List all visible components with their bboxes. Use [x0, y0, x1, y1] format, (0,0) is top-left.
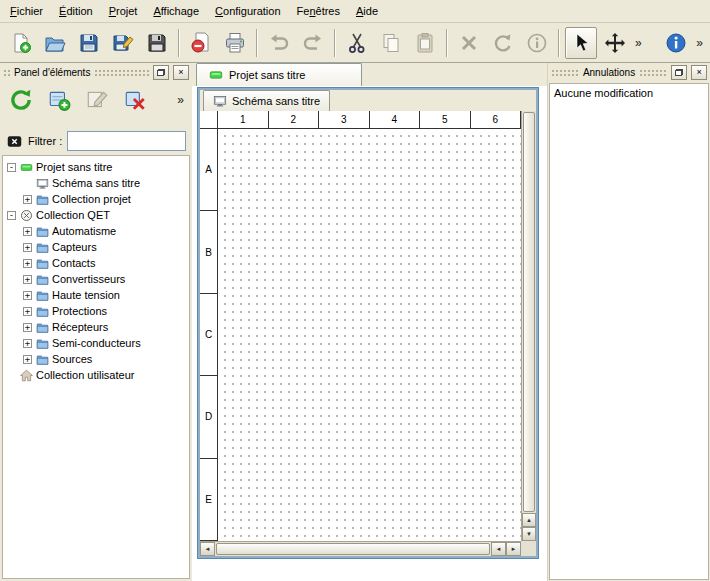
tree-expander[interactable]: +	[23, 339, 32, 348]
new-element-button[interactable]	[43, 85, 74, 116]
tree-item-icon	[36, 305, 49, 318]
tree-item-label: Convertisseurs	[52, 273, 125, 285]
tab-projet-sans-titre[interactable]: Projet sans titre	[196, 63, 362, 86]
copy-button[interactable]	[375, 27, 407, 59]
row-headers: ABCDE	[200, 129, 218, 541]
tree-item-convertisseurs[interactable]: + Convertisseurs	[3, 271, 189, 287]
scroll-up-button[interactable]: ▲	[522, 513, 536, 527]
schema-canvas[interactable]	[218, 129, 521, 541]
about-qet-button[interactable]	[660, 27, 692, 59]
tree-item-semi-conducteurs[interactable]: + Semi-conducteurs	[3, 335, 189, 351]
tree-item-automatisme[interactable]: + Automatisme	[3, 223, 189, 239]
clear-filter-icon[interactable]	[6, 134, 23, 149]
undo-button[interactable]	[263, 27, 295, 59]
scroll-left-button[interactable]: ◄	[200, 542, 215, 556]
vertical-scrollbar[interactable]: ▲ ▼	[521, 111, 536, 541]
tree-item-label: Collection QET	[36, 209, 110, 221]
menu-aide[interactable]: Aide	[348, 2, 386, 20]
panel-extension-chevron[interactable]: »	[174, 94, 187, 106]
reload-collections-button[interactable]	[5, 85, 36, 116]
toolbar-icon	[570, 32, 592, 54]
edit-element-button[interactable]	[81, 85, 112, 116]
tree-item-collection-utilisateur[interactable]: Collection utilisateur	[3, 367, 189, 383]
tree-expander[interactable]: +	[23, 355, 32, 364]
close-icon: ×	[178, 68, 183, 77]
menu-edition[interactable]: Édition	[51, 2, 101, 20]
tree-item-projet-sans-titre[interactable]: - Projet sans titre	[3, 159, 189, 175]
tree-item-collection-qet[interactable]: - Collection QET	[3, 207, 189, 223]
tree-expander[interactable]: +	[23, 243, 32, 252]
tree-item-collection-projet[interactable]: + Collection projet	[3, 191, 189, 207]
dock-float-button[interactable]	[153, 65, 169, 80]
select-tool-button[interactable]	[565, 27, 597, 59]
dock-close-button[interactable]: ×	[691, 65, 707, 80]
elements-panel-titlebar[interactable]: Panel d'éléments ×	[0, 63, 192, 82]
tree-expander[interactable]: +	[23, 259, 32, 268]
move-tool-button[interactable]	[599, 27, 631, 59]
print-button[interactable]	[219, 27, 251, 59]
scroll-down-button[interactable]: ▼	[522, 527, 536, 541]
vertical-scrollbar-thumb[interactable]	[523, 112, 535, 512]
close-file-button[interactable]	[185, 27, 217, 59]
cut-button[interactable]	[341, 27, 373, 59]
undo-dock-titlebar[interactable]: Annulations ×	[548, 63, 710, 82]
tree-item-sources[interactable]: + Sources	[3, 351, 189, 367]
menu-fichier[interactable]: Fichier	[2, 2, 51, 20]
tree-expander[interactable]: +	[23, 195, 32, 204]
menu-affichage[interactable]: Affichage	[145, 2, 207, 20]
menu-fenetres[interactable]: Fenêtres	[289, 2, 348, 20]
row-header-cell: B	[200, 211, 217, 293]
save-button[interactable]	[73, 27, 105, 59]
tree-item-icon	[36, 273, 49, 286]
row-header-cell: D	[200, 376, 217, 458]
tree-expander[interactable]: +	[23, 323, 32, 332]
menu-projet[interactable]: Projet	[101, 2, 146, 20]
filter-input[interactable]	[67, 131, 186, 151]
redo-button[interactable]	[297, 27, 329, 59]
save-as-button[interactable]	[107, 27, 139, 59]
tree-item-capteurs[interactable]: + Capteurs	[3, 239, 189, 255]
dock-grip[interactable]	[551, 69, 579, 77]
tree-item-label: Capteurs	[52, 241, 97, 253]
float-icon	[675, 69, 683, 76]
tree-expander[interactable]: +	[23, 275, 32, 284]
menu-configuration[interactable]: Configuration	[207, 2, 288, 20]
tree-expander[interactable]: -	[7, 163, 16, 172]
toolbar-icon	[10, 32, 32, 54]
dock-float-button[interactable]	[671, 65, 687, 80]
scroll-left-button-secondary[interactable]: ◄	[491, 542, 506, 556]
tree-expander[interactable]: +	[23, 227, 32, 236]
undo-history-list[interactable]: Aucune modification	[549, 83, 709, 580]
rotate-button[interactable]	[487, 27, 519, 59]
tree-item-haute-tension[interactable]: + Haute tension	[3, 287, 189, 303]
horizontal-scrollbar-thumb[interactable]	[216, 543, 490, 555]
open-project-button[interactable]	[39, 27, 71, 59]
toolbar-separator	[256, 29, 258, 57]
dock-grip[interactable]	[3, 69, 10, 77]
tab-schema-sans-titre[interactable]: Schéma sans titre	[203, 90, 330, 111]
tree-item-schema-sans-titre[interactable]: Schéma sans titre	[3, 175, 189, 191]
delete-button[interactable]	[453, 27, 485, 59]
tree-item-label: Collection utilisateur	[36, 369, 134, 381]
delete-element-button[interactable]	[119, 85, 150, 116]
toolbar-extension-chevron[interactable]: »	[632, 37, 645, 49]
dock-grip[interactable]	[639, 69, 667, 77]
properties-button[interactable]	[521, 27, 553, 59]
tools-toolbar-group	[564, 27, 632, 59]
dock-close-button[interactable]: ×	[173, 65, 189, 80]
scroll-right-button[interactable]: ►	[506, 542, 521, 556]
tree-item-contacts[interactable]: + Contacts	[3, 255, 189, 271]
tree-expander[interactable]: +	[23, 307, 32, 316]
new-document-button[interactable]	[5, 27, 37, 59]
tree-expander[interactable]: +	[23, 291, 32, 300]
toolbar-extension-chevron[interactable]: »	[693, 37, 706, 49]
tree-item-protections[interactable]: + Protections	[3, 303, 189, 319]
tree-expander[interactable]: -	[7, 211, 16, 220]
save-all-button[interactable]	[141, 27, 173, 59]
elements-tree[interactable]: - Projet sans titre Schéma sans titre + …	[2, 155, 190, 579]
horizontal-scrollbar[interactable]: ◄ ◄ ►	[200, 541, 521, 556]
paste-button[interactable]	[409, 27, 441, 59]
toolbar-separator	[178, 29, 180, 57]
tree-item-recepteurs[interactable]: + Récepteurs	[3, 319, 189, 335]
dock-grip[interactable]	[94, 69, 149, 77]
